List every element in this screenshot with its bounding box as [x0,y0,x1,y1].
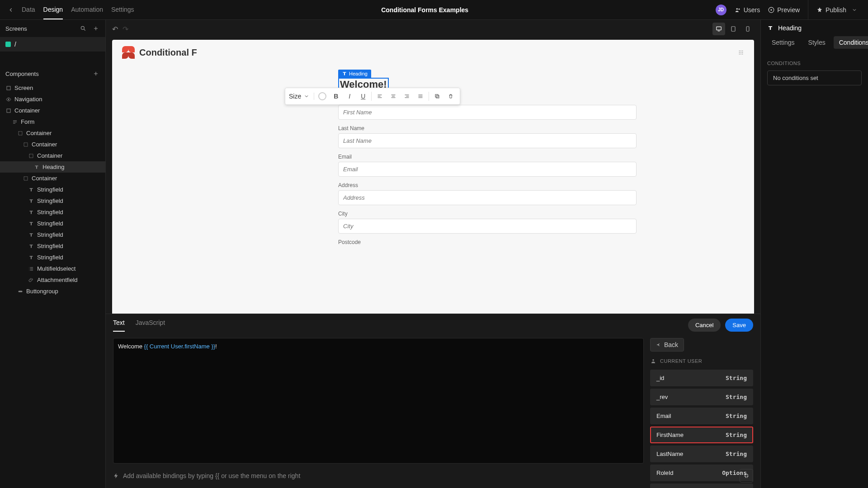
tree-item-navigation[interactable]: Navigation [0,94,105,105]
tree-item-stringfield[interactable]: Stringfield [0,240,105,252]
drawer-tab-text[interactable]: Text [113,319,125,332]
undo-button[interactable]: ↶ [112,25,118,33]
arrow-left-icon [656,342,661,347]
tree-item-stringfield[interactable]: Stringfield [0,206,105,218]
binding-item-_id[interactable]: _idString [650,370,753,386]
binding-item-email[interactable]: EmailString [650,408,753,424]
rocket-icon [816,7,823,13]
tree-item-stringfield[interactable]: Stringfield [0,229,105,240]
canvas-toolbar: ↶ ↷ [106,20,760,38]
dashed-icon [23,175,29,182]
box-icon [5,85,12,91]
code-editor[interactable]: Welcome {{ Current User.firstName }}! [113,338,644,464]
rs-tab-conditions[interactable]: Conditions [834,36,868,49]
add-component-button[interactable] [92,70,100,78]
exit-fullscreen-button[interactable] [740,469,753,483]
tree-item-container[interactable]: Container [0,127,105,139]
nav-right: JD Users Preview Publish [716,0,863,20]
users-button[interactable]: Users [735,6,760,14]
cancel-button[interactable]: Cancel [688,319,721,332]
tree-item-container[interactable]: Container [0,139,105,150]
tree-item-stringfield[interactable]: Stringfield [0,184,105,195]
lightning-icon [113,473,119,479]
underline-button[interactable]: U [358,91,368,102]
tree-label: Container [37,152,62,159]
text-icon [767,25,774,31]
search-button[interactable] [79,24,87,33]
binding-type: String [726,413,747,419]
tree-item-container[interactable]: Container [0,105,105,116]
tree-item-multifieldselect[interactable]: Multifieldselect [0,263,105,274]
tree-label: Attachmentfield [37,277,78,283]
svg-rect-11 [19,291,23,292]
publish-button[interactable]: Publish [808,0,863,20]
form-input[interactable] [338,219,637,234]
tree-item-stringfield[interactable]: Stringfield [0,195,105,206]
nav-tab-data[interactable]: Data [22,0,35,19]
binding-item-_rev[interactable]: _revString [650,389,753,405]
tree-item-container[interactable]: Container [0,150,105,161]
device-desktop[interactable] [712,23,725,35]
tree-label: Container [32,141,57,148]
left-sidebar: Screens / Components [0,20,106,488]
color-picker[interactable] [317,91,328,102]
align-right-button[interactable] [401,91,412,102]
form-input[interactable] [338,162,637,177]
tree-item-container[interactable]: Container [0,173,105,184]
svg-point-19 [741,52,741,53]
svg-rect-8 [24,143,28,146]
text-icon [28,243,34,249]
back-button[interactable] [5,5,16,15]
components-header: Components [0,65,105,82]
nav-tab-automation[interactable]: Automation [71,0,103,19]
align-justify-button[interactable] [415,91,426,102]
tree-label: Stringfield [37,231,63,238]
add-screen-button[interactable] [92,24,100,33]
text-icon [28,209,34,216]
top-nav: Data Design Automation Settings Conditio… [0,0,868,20]
form-input[interactable] [338,133,637,148]
screen-item-root[interactable]: / [0,37,105,52]
form-input[interactable] [338,105,637,120]
tree-item-attachmentfield[interactable]: Attachmentfield [0,274,105,286]
rs-tab-styles[interactable]: Styles [803,36,831,49]
bold-button[interactable]: B [330,91,341,102]
italic-button[interactable]: I [344,91,355,102]
tree-item-buttongroup[interactable]: Buttongroup [0,286,105,297]
nav-tab-design[interactable]: Design [43,0,63,19]
tree-item-form[interactable]: Form [0,116,105,127]
tree-label: Stringfield [37,186,63,193]
redo-button[interactable]: ↷ [123,25,128,33]
font-size-select[interactable]: Size [289,93,314,100]
text-icon [28,232,34,238]
tree-item-screen[interactable]: Screen [0,82,105,94]
user-avatar[interactable]: JD [716,5,726,15]
canvas[interactable]: Conditional F Size B I U [112,40,754,314]
align-left-button[interactable] [374,91,385,102]
svg-rect-25 [435,94,438,97]
tree-item-stringfield[interactable]: Stringfield [0,218,105,229]
app-menu-icon[interactable] [738,49,744,56]
rs-tab-settings[interactable]: Settings [766,36,800,49]
bindings-back-button[interactable]: Back [650,338,684,352]
device-mobile[interactable] [741,23,754,35]
text-icon [33,164,40,170]
binding-item-lastname[interactable]: LastNameString [650,446,753,462]
form-field: Last Name [338,125,637,148]
nav-tab-settings[interactable]: Settings [111,0,134,19]
align-center-button[interactable] [388,91,399,102]
preview-button[interactable]: Preview [768,6,800,14]
device-tablet[interactable] [727,23,740,35]
drawer-tab-javascript[interactable]: JavaScript [136,319,165,332]
tree-label: Container [32,175,57,182]
form-input[interactable] [338,190,637,205]
duplicate-button[interactable] [432,91,443,102]
tree-item-heading[interactable]: Heading [0,161,105,173]
delete-button[interactable] [445,91,456,102]
bindings-panel: Back CURRENT USER _idString_revStringEma… [650,338,753,464]
conditions-empty[interactable]: No conditions set [767,70,862,85]
binding-item-firstname[interactable]: FirstNameString [650,427,753,443]
tree-item-stringfield[interactable]: Stringfield [0,252,105,263]
component-tree: ScreenNavigationContainerFormContainerCo… [0,82,105,297]
save-button[interactable]: Save [725,319,753,332]
